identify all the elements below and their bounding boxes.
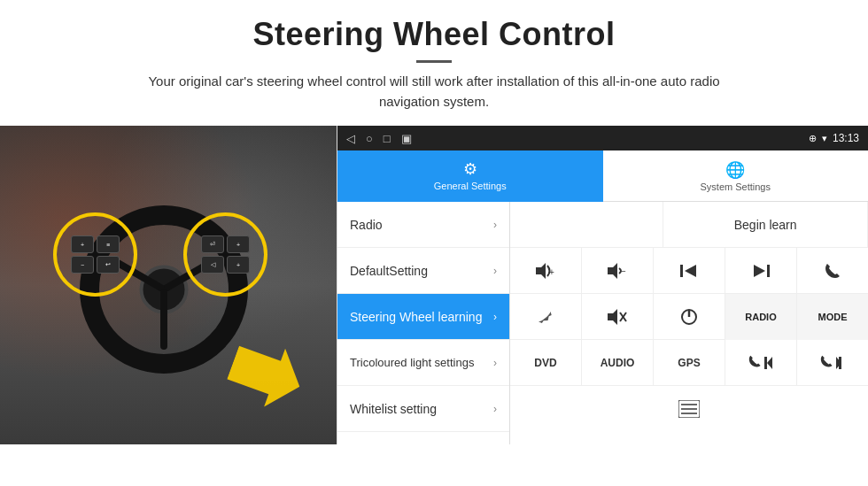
gps-button[interactable]: GPS [654,340,725,386]
menu-item-defaultsetting[interactable]: DefaultSetting › [337,248,509,294]
menu-area: Radio › DefaultSetting › Steering Wheel … [337,202,868,444]
mode-button[interactable]: MODE [797,294,868,340]
page-subtitle: Your original car's steering wheel contr… [124,72,744,112]
svg-rect-7 [767,265,770,277]
mute-button[interactable] [582,294,654,340]
back-icon[interactable]: ◁ [346,132,355,145]
next-track-button[interactable] [725,248,797,294]
tab-general[interactable]: ⚙ General Settings [337,150,603,202]
page-header: Steering Wheel Control Your original car… [0,0,868,120]
menu-item-tricoloured-label: Tricoloured light settings [350,356,474,369]
tab-system-label: System Settings [701,181,771,192]
wifi-icon: ▾ [822,133,827,144]
hangup-button[interactable] [510,294,582,340]
menu-item-steering-label: Steering Wheel learning [350,310,482,324]
chevron-icon-whitelist: › [493,403,497,415]
status-bar: ◁ ○ □ ▣ ⊕ ▾ 13:13 [337,126,868,150]
left-button-circle: + ≡ − ↩ [53,212,137,297]
svg-rect-5 [680,265,683,277]
chevron-icon-default: › [493,265,497,277]
status-bar-left: ◁ ○ □ ▣ [346,132,412,145]
prev-track-button[interactable] [654,248,725,294]
chevron-icon-tricoloured: › [493,357,497,369]
svg-marker-8 [754,265,765,277]
ctrl-row-4: DVD AUDIO GPS [510,340,868,386]
svg-text:−: − [621,266,626,276]
sw-btn-phone[interactable]: ↩ [97,256,120,274]
system-settings-icon: 🌐 [725,160,745,180]
radio-button[interactable]: RADIO [725,294,797,340]
ctrl-row-3: RADIO MODE [510,294,868,340]
chevron-icon-radio: › [493,219,497,231]
page-title: Steering Wheel Control [35,16,833,53]
svg-marker-9 [608,309,617,325]
tab-general-label: General Settings [434,181,507,191]
menu-item-steering[interactable]: Steering Wheel learning › [337,294,509,340]
home-icon[interactable]: ○ [366,132,373,145]
svg-marker-1 [536,263,546,279]
status-time: 13:13 [833,132,859,144]
ctrl-row-1: Begin learn [510,202,868,248]
ctrl-row-5 [510,386,868,432]
control-panel: Begin learn + − [510,202,868,444]
vol-up-button[interactable]: + [510,248,582,294]
tab-bar: ⚙ General Settings 🌐 System Settings [337,150,868,202]
begin-learn-button[interactable]: Begin learn [663,202,868,248]
sw-btn-r1[interactable]: ⏎ [201,235,224,253]
svg-marker-6 [685,265,696,277]
call-prev-button[interactable] [725,340,797,386]
menu-item-whitelist-label: Whitelist setting [350,402,437,416]
svg-marker-3 [608,263,617,279]
general-settings-icon: ⚙ [463,159,477,179]
svg-marker-15 [767,357,772,369]
sw-btn-plus[interactable]: + [71,235,94,253]
dvd-button[interactable]: DVD [510,340,582,386]
tab-system[interactable]: 🌐 System Settings [603,150,869,202]
main-content: + ≡ − ↩ ⏎ + ◁ + [0,126,868,444]
svg-rect-14 [764,357,767,369]
vol-down-button[interactable]: − [582,248,654,294]
status-bar-right: ⊕ ▾ 13:13 [809,132,859,144]
menu-left: Radio › DefaultSetting › Steering Wheel … [337,202,510,444]
sw-btn-r4[interactable]: + [227,256,250,274]
right-button-circle: ⏎ + ◁ + [183,212,267,297]
menu-icon[interactable]: ▣ [401,132,412,145]
sw-btn-mode[interactable]: ≡ [97,235,120,253]
call-button[interactable] [797,248,868,294]
menu-item-whitelist[interactable]: Whitelist setting › [337,386,509,432]
menu-item-defaultsetting-label: DefaultSetting [350,264,428,278]
car-image-section: + ≡ − ↩ ⏎ + ◁ + [0,126,337,444]
audio-button[interactable]: AUDIO [582,340,654,386]
menu-item-radio[interactable]: Radio › [337,202,509,248]
sw-btn-r2[interactable]: + [227,235,250,253]
call-next-button[interactable] [797,340,868,386]
android-panel: ◁ ○ □ ▣ ⊕ ▾ 13:13 ⚙ General Settings 🌐 S… [337,126,868,444]
ctrl-row-2: + − [510,248,868,294]
sw-btn-minus[interactable]: − [71,256,94,274]
title-divider [416,60,452,63]
recents-icon[interactable]: □ [384,132,391,145]
sw-btn-r3[interactable]: ◁ [201,256,224,274]
power-button[interactable] [654,294,725,340]
svg-text:+: + [549,267,554,277]
chevron-icon-steering: › [493,311,497,323]
location-icon: ⊕ [809,133,817,144]
playlist-button[interactable] [510,386,868,432]
menu-item-radio-label: Radio [350,218,383,232]
sw-spoke-3 [160,289,167,350]
menu-item-tricoloured[interactable]: Tricoloured light settings › [337,340,509,386]
ctrl-empty-cell [510,202,663,248]
